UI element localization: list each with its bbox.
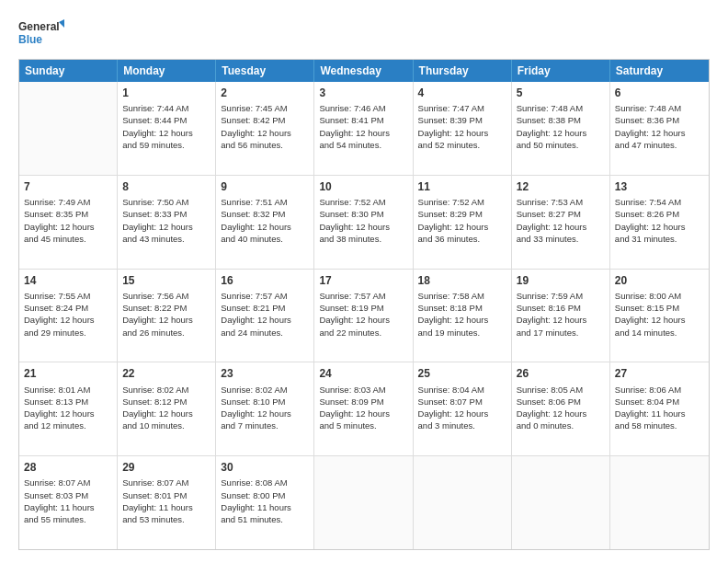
day-info: Sunrise: 8:02 AM Sunset: 8:10 PM Dayligh… [221,384,309,432]
calendar-week-row: 21Sunrise: 8:01 AM Sunset: 8:13 PM Dayli… [19,362,709,456]
day-info: Sunrise: 8:07 AM Sunset: 8:01 PM Dayligh… [122,477,210,525]
day-info: Sunrise: 7:48 AM Sunset: 8:36 PM Dayligh… [615,102,704,151]
day-number: 13 [615,179,704,194]
calendar-cell: 15Sunrise: 7:56 AM Sunset: 8:22 PM Dayli… [118,270,216,362]
day-info: Sunrise: 7:52 AM Sunset: 8:29 PM Dayligh… [418,196,506,245]
day-number: 5 [517,86,605,100]
day-number: 12 [517,179,605,194]
day-number: 30 [221,460,309,475]
calendar-cell [512,456,610,549]
logo: General Blue [18,17,64,50]
day-info: Sunrise: 7:55 AM Sunset: 8:24 PM Dayligh… [24,290,112,339]
logo-svg: General Blue [18,17,64,50]
calendar-cell: 29Sunrise: 8:07 AM Sunset: 8:01 PM Dayli… [118,456,216,549]
svg-text:General: General [18,20,60,33]
day-info: Sunrise: 7:45 AM Sunset: 8:42 PM Dayligh… [221,102,309,151]
day-number: 28 [24,460,112,475]
calendar-cell: 3Sunrise: 7:46 AM Sunset: 8:41 PM Daylig… [314,82,413,175]
calendar-cell: 13Sunrise: 7:54 AM Sunset: 8:26 PM Dayli… [610,176,709,269]
calendar-week-row: 7Sunrise: 7:49 AM Sunset: 8:35 PM Daylig… [19,176,709,270]
calendar-day-header: Sunday [19,60,118,82]
calendar-week-row: 28Sunrise: 8:07 AM Sunset: 8:03 PM Dayli… [19,456,709,549]
calendar-cell: 28Sunrise: 8:07 AM Sunset: 8:03 PM Dayli… [19,456,118,549]
day-number: 11 [418,179,506,194]
calendar-cell: 5Sunrise: 7:48 AM Sunset: 8:38 PM Daylig… [512,82,610,175]
day-info: Sunrise: 7:51 AM Sunset: 8:32 PM Dayligh… [221,196,309,245]
day-info: Sunrise: 7:59 AM Sunset: 8:16 PM Dayligh… [517,290,605,339]
calendar-day-header: Friday [512,60,610,82]
day-info: Sunrise: 7:57 AM Sunset: 8:19 PM Dayligh… [319,290,407,339]
calendar-cell: 27Sunrise: 8:06 AM Sunset: 8:04 PM Dayli… [610,362,709,455]
day-number: 6 [615,86,704,100]
day-number: 1 [122,86,210,100]
svg-marker-2 [59,18,64,29]
calendar-cell [610,456,709,549]
calendar-cell: 23Sunrise: 8:02 AM Sunset: 8:10 PM Dayli… [216,362,314,455]
calendar-cell: 12Sunrise: 7:53 AM Sunset: 8:27 PM Dayli… [512,176,610,269]
day-info: Sunrise: 7:49 AM Sunset: 8:35 PM Dayligh… [24,196,112,245]
day-info: Sunrise: 7:57 AM Sunset: 8:21 PM Dayligh… [221,290,309,339]
calendar-cell: 9Sunrise: 7:51 AM Sunset: 8:32 PM Daylig… [216,176,314,269]
day-info: Sunrise: 8:08 AM Sunset: 8:00 PM Dayligh… [221,477,309,525]
calendar-cell: 21Sunrise: 8:01 AM Sunset: 8:13 PM Dayli… [19,362,118,455]
calendar-cell [314,456,413,549]
calendar-week-row: 14Sunrise: 7:55 AM Sunset: 8:24 PM Dayli… [19,270,709,363]
day-number: 16 [221,273,309,288]
svg-text:Blue: Blue [18,33,42,46]
calendar-cell: 26Sunrise: 8:05 AM Sunset: 8:06 PM Dayli… [512,362,610,455]
calendar-day-header: Tuesday [216,60,314,82]
calendar: SundayMondayTuesdayWednesdayThursdayFrid… [18,59,710,550]
calendar-cell: 24Sunrise: 8:03 AM Sunset: 8:09 PM Dayli… [314,362,413,455]
day-info: Sunrise: 7:56 AM Sunset: 8:22 PM Dayligh… [122,290,210,339]
day-number: 10 [319,179,407,194]
day-info: Sunrise: 8:02 AM Sunset: 8:12 PM Dayligh… [122,384,210,432]
day-number: 23 [221,366,309,381]
day-number: 7 [24,179,112,194]
day-number: 15 [122,273,210,288]
day-info: Sunrise: 8:03 AM Sunset: 8:09 PM Dayligh… [319,384,407,432]
calendar-body: 1Sunrise: 7:44 AM Sunset: 8:44 PM Daylig… [19,82,709,549]
day-info: Sunrise: 8:00 AM Sunset: 8:15 PM Dayligh… [615,290,704,339]
calendar-cell: 30Sunrise: 8:08 AM Sunset: 8:00 PM Dayli… [216,456,314,549]
calendar-cell: 11Sunrise: 7:52 AM Sunset: 8:29 PM Dayli… [414,176,512,269]
day-number: 17 [319,273,407,288]
calendar-week-row: 1Sunrise: 7:44 AM Sunset: 8:44 PM Daylig… [19,82,709,176]
day-number: 20 [615,273,704,288]
day-number: 18 [418,273,506,288]
day-number: 9 [221,179,309,194]
day-info: Sunrise: 7:48 AM Sunset: 8:38 PM Dayligh… [517,102,605,151]
day-number: 24 [319,366,407,381]
calendar-cell: 14Sunrise: 7:55 AM Sunset: 8:24 PM Dayli… [19,270,118,362]
calendar-cell: 7Sunrise: 7:49 AM Sunset: 8:35 PM Daylig… [19,176,118,269]
calendar-day-header: Thursday [414,60,512,82]
day-number: 26 [517,366,605,381]
day-number: 14 [24,273,112,288]
day-number: 19 [517,273,605,288]
day-info: Sunrise: 7:53 AM Sunset: 8:27 PM Dayligh… [517,196,605,245]
page-header: General Blue [18,17,710,50]
day-info: Sunrise: 8:07 AM Sunset: 8:03 PM Dayligh… [24,477,112,525]
day-info: Sunrise: 7:47 AM Sunset: 8:39 PM Dayligh… [418,102,506,151]
day-number: 3 [319,86,407,100]
day-info: Sunrise: 8:05 AM Sunset: 8:06 PM Dayligh… [517,384,605,432]
calendar-day-header: Wednesday [314,60,413,82]
day-info: Sunrise: 8:04 AM Sunset: 8:07 PM Dayligh… [418,384,506,432]
day-info: Sunrise: 8:01 AM Sunset: 8:13 PM Dayligh… [24,384,112,432]
day-number: 8 [122,179,210,194]
calendar-cell: 1Sunrise: 7:44 AM Sunset: 8:44 PM Daylig… [118,82,216,175]
day-info: Sunrise: 7:44 AM Sunset: 8:44 PM Dayligh… [122,102,210,151]
day-info: Sunrise: 7:46 AM Sunset: 8:41 PM Dayligh… [319,102,407,151]
day-number: 22 [122,366,210,381]
calendar-cell: 22Sunrise: 8:02 AM Sunset: 8:12 PM Dayli… [118,362,216,455]
day-info: Sunrise: 7:52 AM Sunset: 8:30 PM Dayligh… [319,196,407,245]
day-number: 21 [24,366,112,381]
day-info: Sunrise: 7:54 AM Sunset: 8:26 PM Dayligh… [615,196,704,245]
calendar-cell: 17Sunrise: 7:57 AM Sunset: 8:19 PM Dayli… [314,270,413,362]
calendar-cell: 18Sunrise: 7:58 AM Sunset: 8:18 PM Dayli… [414,270,512,362]
calendar-day-header: Saturday [610,60,709,82]
calendar-cell: 2Sunrise: 7:45 AM Sunset: 8:42 PM Daylig… [216,82,314,175]
day-number: 29 [122,460,210,475]
calendar-cell: 8Sunrise: 7:50 AM Sunset: 8:33 PM Daylig… [118,176,216,269]
day-number: 2 [221,86,309,100]
calendar-cell [19,82,118,175]
